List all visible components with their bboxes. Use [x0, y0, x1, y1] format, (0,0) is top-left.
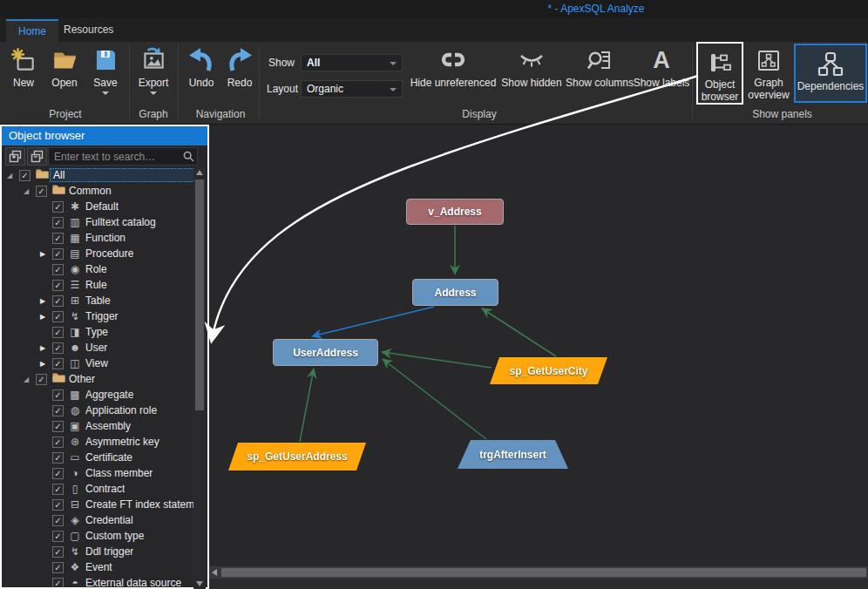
collapse-all-button[interactable] [5, 147, 25, 166]
scroll-down-arrow-icon[interactable] [196, 581, 203, 586]
tree-expander-icon[interactable]: ◢ [24, 187, 36, 195]
graph-overview-panel-button[interactable]: Graph overview [746, 42, 791, 105]
tree-checkbox[interactable]: ✓ [52, 421, 64, 432]
export-dropdown-caret[interactable] [150, 91, 157, 95]
tree-item-application-role[interactable]: ✓◍Application role [2, 403, 195, 418]
tree-checkbox[interactable]: ✓ [52, 437, 64, 448]
tree-checkbox[interactable]: ✓ [52, 201, 64, 213]
graph-node-v_Address[interactable]: v_Address [406, 199, 504, 225]
dependencies-panel-button[interactable]: Dependencies [794, 44, 867, 103]
tree-checkbox[interactable]: ✓ [52, 452, 64, 464]
tree-checkbox[interactable]: ✓ [52, 468, 64, 479]
tree-checkbox[interactable]: ✓ [52, 217, 64, 228]
tree-checkbox[interactable]: ✓ [52, 389, 64, 401]
tree-expander-icon[interactable]: ▶ [40, 360, 52, 368]
tree-item-ddl-trigger[interactable]: ✓↯Ddl trigger [2, 544, 195, 559]
undo-button[interactable]: Undo [183, 44, 220, 89]
tree-item-function[interactable]: ✓▦Function [2, 230, 195, 246]
tree-item-certificate[interactable]: ✓▭Certificate [2, 450, 195, 465]
tree-item-assembly[interactable]: ✓▣Assembly [2, 418, 195, 434]
tree-vertical-scrollbar[interactable] [193, 167, 206, 589]
tree-checkbox[interactable]: ✓ [52, 311, 64, 322]
search-icon[interactable] [183, 151, 194, 162]
tree-item-type[interactable]: ✓◨Type [2, 324, 195, 340]
show-hidden-button[interactable]: Show hidden [498, 44, 565, 89]
show-labels-button[interactable]: A Show labels [633, 44, 690, 89]
tree-checkbox[interactable]: ✓ [52, 499, 64, 511]
tree-checkbox[interactable]: ✓ [52, 358, 64, 369]
scroll-up-arrow-icon[interactable] [196, 170, 203, 175]
tree-expander-icon[interactable]: ▶ [40, 250, 52, 258]
tree-item-role[interactable]: ✓◉Role [2, 261, 195, 277]
tree-item-user[interactable]: ▶✓☻User [2, 340, 195, 355]
tree-checkbox[interactable]: ✓ [36, 186, 47, 197]
tree-checkbox[interactable]: ✓ [52, 280, 64, 291]
tree-checkbox[interactable]: ✓ [52, 233, 64, 244]
layout-dropdown[interactable]: Organic [301, 80, 403, 98]
open-button[interactable]: Open [45, 44, 84, 89]
tree-checkbox[interactable]: ✓ [52, 578, 64, 588]
tree-item-procedure[interactable]: ▶✓▤Procedure [2, 246, 195, 261]
graph-horizontal-scrollbar[interactable] [209, 566, 868, 579]
tree-checkbox[interactable]: ✓ [52, 405, 64, 416]
show-dropdown[interactable]: All [301, 54, 403, 71]
tree-item-external-data-source[interactable]: ✓◓External data source [2, 575, 195, 587]
tree-expander-icon[interactable]: ▶ [40, 297, 52, 305]
tree-checkbox[interactable]: ✓ [52, 515, 64, 526]
export-button[interactable]: Export [132, 44, 174, 95]
expand-all-button[interactable] [27, 147, 47, 166]
dependencies-graph[interactable]: v_AddressAddressUserAddresssp_GetUserCit… [209, 125, 868, 566]
graph-node-trgAfterInsert[interactable]: trgAfterInsert [458, 440, 568, 469]
tree-item-other[interactable]: ◢✓Other [2, 371, 195, 387]
tree-item-trigger[interactable]: ▶✓↯Trigger [2, 308, 195, 324]
tree-checkbox[interactable]: ✓ [52, 248, 64, 260]
save-dropdown-caret[interactable] [102, 91, 109, 95]
tree-checkbox[interactable]: ✓ [36, 374, 47, 385]
tree-item-table[interactable]: ▶✓⊞Table [2, 293, 195, 308]
tree-checkbox[interactable]: ✓ [52, 264, 64, 275]
tree-expander-icon[interactable]: ▶ [40, 313, 52, 321]
scroll-left-arrow-icon[interactable] [212, 569, 217, 576]
tree-expander-icon[interactable]: ◢ [24, 376, 36, 383]
tree-expander-icon[interactable]: ▶ [40, 344, 52, 352]
tree-checkbox[interactable]: ✓ [52, 531, 64, 542]
tab-home[interactable]: Home [6, 19, 58, 42]
object-browser-panel-button[interactable]: Object browser [696, 42, 743, 105]
redo-button[interactable]: Redo [221, 44, 258, 89]
tree-checkbox[interactable]: ✓ [52, 327, 64, 338]
tree-checkbox[interactable]: ✓ [52, 484, 64, 495]
tree-checkbox[interactable]: ✓ [52, 546, 64, 558]
tree-item-credential[interactable]: ✓◈Credential [2, 512, 195, 528]
graph-node-sp_GetUserCity[interactable]: sp_GetUserCity [490, 357, 607, 384]
tree-item-class-member[interactable]: ✓◑Class member [2, 465, 195, 481]
tree-item-default[interactable]: ✓✱Default [2, 199, 195, 214]
scrollbar-thumb[interactable] [221, 568, 866, 577]
graph-node-sp_GetUserAddress[interactable]: sp_GetUserAddress [228, 443, 366, 471]
tree-checkbox[interactable]: ✓ [52, 342, 64, 354]
scrollbar-thumb[interactable] [195, 179, 204, 410]
tree-checkbox[interactable]: ✓ [52, 562, 64, 573]
tab-resources[interactable]: Resources [51, 19, 125, 42]
tree-item-create-ft-index-statement[interactable]: ✓⊟Create FT index statement [2, 497, 195, 512]
tree-item-aggregate[interactable]: ✓▩Aggregate [2, 387, 195, 403]
tree-expander-icon[interactable]: ◢ [7, 172, 19, 179]
graph-node-UserAddress[interactable]: UserAddress [273, 339, 378, 366]
tree-item-fulltext-catalog[interactable]: ✓▥Fulltext catalog [2, 214, 195, 230]
tree-item-common[interactable]: ◢✓Common [2, 183, 195, 199]
tree-item-view[interactable]: ▶✓◫View [2, 355, 195, 371]
tree-item-asymmetric-key[interactable]: ✓⊛Asymmetric key [2, 434, 195, 450]
hide-unreferenced-button[interactable]: Hide unreferenced [410, 44, 497, 89]
tree-item-all[interactable]: ◢✓All [2, 167, 195, 183]
graph-node-Address[interactable]: Address [412, 279, 498, 306]
save-button[interactable]: Save [85, 44, 125, 95]
search-input[interactable] [48, 147, 198, 166]
tree-checkbox[interactable]: ✓ [52, 295, 64, 307]
tree-item-event[interactable]: ✓❖Event [2, 559, 195, 575]
new-button[interactable]: New [5, 44, 42, 89]
tree-item-contract[interactable]: ✓▯Contract [2, 481, 195, 497]
tree-item-custom-type[interactable]: ✓▢Custom type [2, 528, 195, 544]
object-browser-panel-header[interactable]: Object browser [2, 126, 207, 146]
show-columns-button[interactable]: Show columns [565, 44, 634, 89]
tree-item-rule[interactable]: ✓☰Rule [2, 277, 195, 293]
tree-checkbox[interactable]: ✓ [19, 170, 31, 181]
